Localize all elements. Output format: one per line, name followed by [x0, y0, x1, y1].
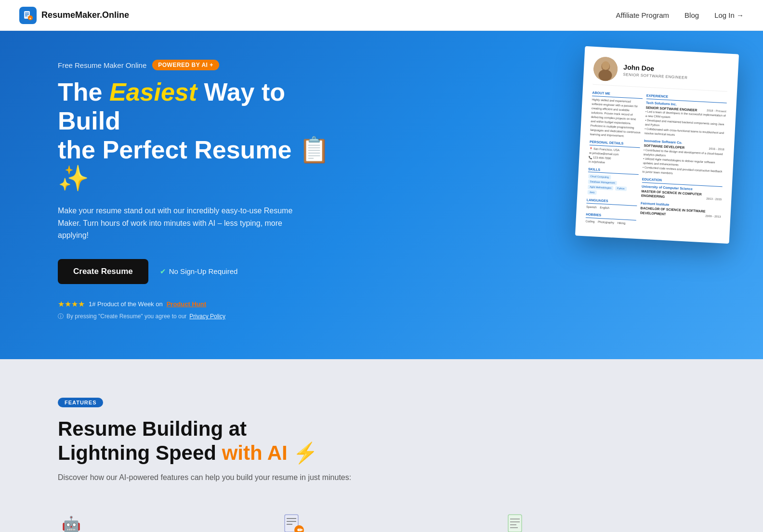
hero-actions: Create Resume ✔ No Sign-Up Required	[58, 259, 347, 284]
feature-card-2: AI Resume Import Make your old resume gr…	[502, 511, 705, 532]
product-hunt-link[interactable]: Product Hunt	[167, 300, 206, 308]
no-signup-label: ✔ No Sign-Up Required	[160, 267, 238, 276]
features-title-line2-plain: Lightning Speed	[58, 441, 222, 464]
resume-about-section: ABOUT ME Highly skilled and experienced …	[590, 91, 643, 139]
feature-card-1: ✏ AI Bullet Point Generator Transform yo…	[280, 511, 483, 532]
hero-description: Make your resume stand out with our incr…	[58, 205, 308, 242]
nav-links: Affiliate Program Blog Log In →	[616, 11, 744, 19]
hero-content: Free Resume Maker Online POWERED BY AI +…	[58, 60, 347, 321]
hero-section: Free Resume Maker Online POWERED BY AI +…	[0, 31, 763, 359]
logo-text: ResumeMaker.Online	[41, 10, 129, 20]
resume-body: ABOUT ME Highly skilled and experienced …	[585, 91, 727, 234]
features-title-ai: with AI	[222, 441, 288, 464]
avatar-face	[593, 56, 618, 82]
stars-icon: ★★★★	[58, 299, 85, 309]
resume-edu-2: Fairmont Institute BACHELOR OF SCIENCE I…	[640, 201, 722, 220]
resume-right-col: EXPERIENCE Tech Solutions Inc. SENIOR SO…	[639, 93, 727, 234]
info-icon: ⓘ	[58, 312, 64, 321]
features-title: Resume Building at Lightning Speed with …	[58, 417, 705, 466]
logo[interactable]: + ResumeMaker.Online	[19, 7, 129, 24]
powered-badge: POWERED BY AI +	[152, 60, 219, 70]
hero-rating: ★★★★ 1# Product of the Week on Product H…	[58, 299, 347, 309]
resume-exp-2: Innovative Software Co. SOFTWARE DEVELOP…	[642, 139, 724, 178]
svg-rect-16	[508, 515, 522, 532]
resume-header: John Doe SENIOR SOFTWARE ENGINEER	[592, 56, 729, 92]
resume-preview: John Doe SENIOR SOFTWARE ENGINEER ABOUT …	[575, 46, 739, 244]
navbar: + ResumeMaker.Online Affiliate Program B…	[0, 0, 763, 31]
resume-avatar	[593, 56, 618, 82]
privacy-policy-link[interactable]: Privacy Policy	[189, 313, 225, 320]
blog-link[interactable]: Blog	[684, 11, 699, 19]
create-resume-button[interactable]: Create Resume	[58, 259, 148, 284]
hero-title-line2: the Perfect Resume 📋✨	[58, 136, 330, 193]
resume-left-col: ABOUT ME Highly skilled and experienced …	[585, 91, 643, 229]
resume-name-block: John Doe SENIOR SOFTWARE ENGINEER	[623, 63, 688, 81]
hero-title: The Easiest Way to Build the Perfect Res…	[58, 78, 347, 193]
free-resume-label: Free Resume Maker Online	[58, 61, 146, 69]
lightning-icon: ⚡	[293, 441, 318, 464]
privacy-text: By pressing "Create Resume" you agree to…	[66, 313, 186, 320]
ai-import-icon	[502, 511, 529, 532]
hero-title-part1: The	[58, 78, 109, 106]
resume-edu-1: University of Computer Science MASTER OF…	[641, 184, 723, 202]
hero-subtitle: Free Resume Maker Online POWERED BY AI +	[58, 60, 347, 70]
features-badge: FEATURES	[58, 398, 103, 407]
features-grid: 🤖 AI Writing Assistant Feeling stuck in …	[58, 511, 705, 532]
resume-exp-1: Tech Solutions Inc. SENIOR SOFTWARE ENGI…	[645, 100, 727, 140]
features-section: FEATURES Resume Building at Lightning Sp…	[0, 359, 763, 532]
features-title-line1: Resume Building at	[58, 417, 247, 440]
feature-card-0: 🤖 AI Writing Assistant Feeling stuck in …	[58, 511, 261, 532]
resume-skills-section: SKILLS Cloud Computing Database Manageme…	[587, 167, 639, 197]
rating-text: 1# Product of the Week on	[89, 300, 163, 308]
logo-icon: +	[19, 7, 37, 24]
svg-text:+: +	[29, 16, 32, 21]
resume-languages-section: LANGUAGES Spanish English	[586, 198, 637, 212]
svg-text:✏: ✏	[297, 526, 303, 532]
hero-privacy: ⓘ By pressing "Create Resume" you agree …	[58, 312, 347, 321]
resume-hobbies-section: HOBBIES Coding Photography Hiking	[585, 212, 636, 226]
login-link[interactable]: Log In →	[714, 11, 744, 19]
hero-title-highlight: Easiest	[109, 78, 197, 106]
features-description: Discover how our AI-powered features can…	[58, 473, 705, 482]
resume-personal-section: PERSONAL DETAILS 📍 San Francisco, USA ✉ …	[589, 139, 640, 166]
ai-writing-icon: 🤖	[58, 511, 85, 532]
ai-bullet-icon: ✏	[280, 511, 307, 532]
check-icon: ✔	[160, 267, 166, 276]
affiliate-link[interactable]: Affiliate Program	[616, 11, 669, 19]
